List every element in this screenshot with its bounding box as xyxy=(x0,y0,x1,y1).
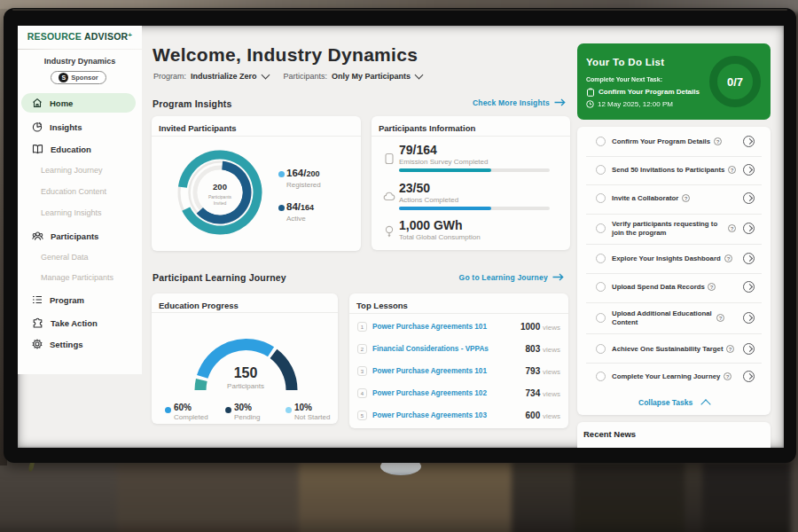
svg-text:Invited: Invited xyxy=(214,200,227,206)
svg-text:Participants: Participants xyxy=(208,194,232,200)
svg-text:200: 200 xyxy=(213,182,227,192)
